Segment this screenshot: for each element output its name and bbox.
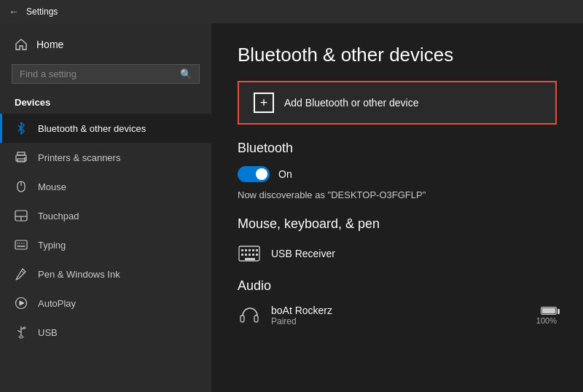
battery-fill [542,308,555,313]
sidebar-item-printers-label: Printers & scanners [38,152,120,163]
battery-body [541,307,557,315]
sidebar-item-usb-label: USB [38,327,58,338]
sidebar-item-mouse[interactable]: Mouse [0,172,211,201]
title-bar: ← Settings [0,0,583,23]
autoplay-icon [15,297,28,310]
search-box[interactable]: 🔍 [12,64,200,84]
sidebar-section-title: Devices [0,93,211,114]
typing-icon [15,238,28,251]
sidebar-item-usb[interactable]: USB [0,318,211,347]
svg-line-15 [21,270,24,273]
sidebar-item-printers[interactable]: Printers & scanners [0,143,211,172]
svg-rect-32 [249,254,251,256]
svg-rect-37 [254,315,258,322]
audio-section-header: Audio [238,278,557,294]
audio-device-row: boAt Rockerz Paired 100% [238,304,557,327]
search-icon: 🔍 [180,68,192,79]
bluetooth-toggle[interactable] [238,166,270,182]
mouse-icon [15,180,28,193]
sidebar: Home 🔍 Devices Bluetooth & other devices [0,23,211,392]
svg-rect-33 [252,254,254,256]
headphones-icon [238,304,261,327]
main-layout: Home 🔍 Devices Bluetooth & other devices [0,23,583,392]
battery-indicator: 100% [536,307,557,325]
bluetooth-toggle-label: On [278,168,292,180]
touchpad-icon [15,209,28,222]
discoverable-text: Now discoverable as "DESKTOP-O3FGFLP" [238,189,557,200]
keyboard-icon [238,242,261,265]
page-title: Bluetooth & other devices [238,44,557,66]
usb-receiver-name: USB Receiver [271,248,335,259]
mouse-section-header: Mouse, keyboard, & pen [238,216,557,232]
sidebar-item-typing[interactable]: Typing [0,230,211,259]
pen-icon [15,267,28,281]
bluetooth-section-header: Bluetooth [238,141,557,156]
title-bar-title: Settings [26,7,58,17]
svg-line-22 [17,330,19,332]
svg-rect-9 [15,240,27,249]
bluetooth-toggle-row: On [238,166,557,182]
sidebar-item-autoplay[interactable]: AutoPlay [0,289,211,318]
sidebar-item-pen-label: Pen & Windows Ink [38,269,120,280]
sidebar-item-autoplay-label: AutoPlay [38,298,76,309]
svg-rect-28 [252,249,254,251]
svg-rect-21 [23,327,26,329]
usb-icon [15,326,28,339]
content-area: Bluetooth & other devices + Add Bluetoot… [211,23,583,392]
audio-device-info: boAt Rockerz Paired [238,304,332,327]
bluetooth-icon [15,122,28,135]
svg-point-23 [19,336,23,338]
sidebar-item-pen[interactable]: Pen & Windows Ink [0,259,211,289]
sidebar-home[interactable]: Home [0,31,211,58]
add-icon: + [254,93,274,113]
svg-rect-35 [245,258,255,260]
svg-marker-17 [20,301,24,305]
svg-rect-30 [241,254,243,256]
usb-receiver-row: USB Receiver [238,242,557,265]
search-input[interactable] [20,68,176,79]
printer-icon [15,151,28,164]
svg-rect-27 [249,249,251,251]
add-device-label: Add Bluetooth or other device [284,97,418,109]
sidebar-item-mouse-label: Mouse [38,181,66,192]
svg-rect-1 [17,152,25,155]
sidebar-item-touchpad[interactable]: Touchpad [0,201,211,230]
add-device-button[interactable]: + Add Bluetooth or other device [238,81,557,125]
home-icon [15,38,28,51]
sidebar-item-typing-label: Typing [38,240,66,251]
sidebar-item-touchpad-label: Touchpad [38,211,79,222]
battery-percentage: 100% [536,316,557,325]
svg-point-3 [24,157,26,159]
battery-icon [541,307,557,315]
home-label: Home [36,39,63,50]
svg-rect-29 [256,249,258,251]
sidebar-item-bluetooth-label: Bluetooth & other devices [38,123,146,134]
svg-rect-25 [241,249,243,251]
audio-device-name: boAt Rockerz [271,305,332,316]
sidebar-item-bluetooth[interactable]: Bluetooth & other devices [0,114,211,143]
svg-rect-26 [245,249,247,251]
audio-device-status: Paired [271,316,332,326]
svg-rect-34 [256,254,258,256]
back-button[interactable]: ← [9,6,19,17]
svg-rect-31 [245,254,247,256]
